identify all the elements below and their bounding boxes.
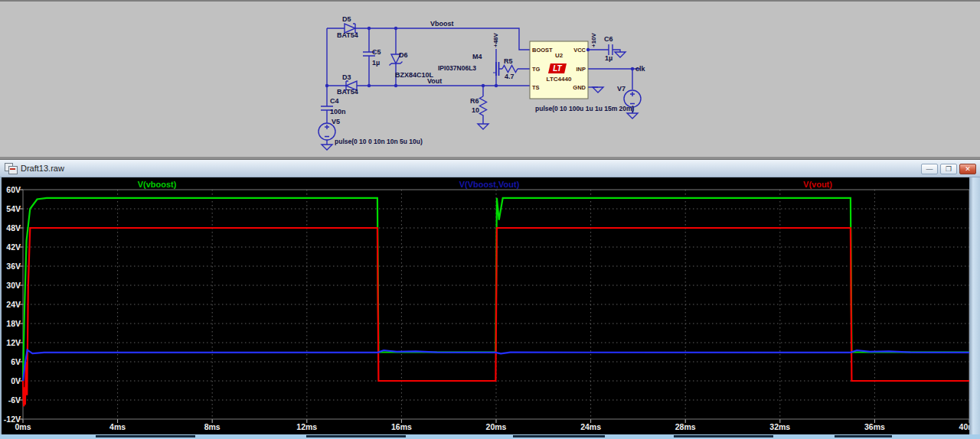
waveform-plot-area[interactable]: 60V54V48V42V36V30V24V18V12V6V0V-6V-12V0m… — [0, 177, 980, 434]
net-label-vboost: Vboost — [430, 21, 454, 28]
border-segment — [306, 435, 406, 437]
label-m4-value: IPI037N06L3 — [438, 65, 476, 72]
label-d6: D6 — [399, 52, 408, 59]
schematic-canvas[interactable]: D5 BAT54 D3 BAT54 C5 1µ D6 BZX84C10L C4 … — [0, 0, 980, 157]
label-c5-value: 1µ — [372, 60, 380, 67]
label-c4: C4 — [330, 98, 339, 105]
x-axis-label: 12ms — [296, 422, 317, 431]
close-button[interactable]: ✕ — [959, 164, 976, 174]
label-d3-value: BAT54 — [337, 89, 358, 96]
label-c5: C5 — [372, 49, 381, 56]
y-axis-label: -6V — [8, 395, 21, 405]
border-segment — [96, 435, 195, 437]
trace-v-vout- — [23, 228, 969, 406]
label-v5: V5 — [332, 119, 340, 125]
mosfet-m4[interactable] — [493, 62, 499, 76]
label-ltc4440: LTC4440 — [530, 76, 588, 83]
legend-vboost[interactable]: V(vboost) — [122, 180, 191, 189]
y-axis-label: 0V — [11, 376, 21, 385]
legend-vboost-vout[interactable]: V(Vboost,Vout) — [446, 180, 532, 189]
y-axis-label: 48V — [6, 223, 21, 233]
label-v7-pulse: pulse(0 10 100u 1u 1u 15m 20m) — [535, 106, 634, 112]
label-c4-value: 100n — [330, 109, 346, 115]
voltage-source-v5[interactable] — [318, 123, 335, 140]
label-u2: U2 — [530, 53, 588, 59]
resistor-r6[interactable] — [480, 96, 487, 118]
label-m4: M4 — [472, 54, 482, 60]
window-left-border — [0, 177, 2, 439]
label-r6-value: 10 — [472, 107, 479, 114]
capacitor-c6[interactable] — [609, 44, 612, 55]
y-axis-label: 24V — [6, 300, 21, 309]
net-label-10v: +10V — [591, 33, 597, 47]
y-axis-label: 42V — [6, 242, 21, 252]
lt-logo-icon: LT — [548, 63, 567, 73]
y-axis-label: 54V — [6, 204, 21, 213]
x-axis-label: 4ms — [109, 422, 126, 431]
legend-vout[interactable]: V(vout) — [782, 180, 854, 189]
label-r5: R5 — [504, 58, 513, 65]
x-axis-label: 8ms — [204, 422, 220, 431]
border-segment — [513, 435, 605, 437]
resistor-r5[interactable] — [502, 66, 518, 73]
label-d3: D3 — [342, 74, 351, 81]
y-axis-label: 60V — [6, 185, 21, 194]
label-r5-value: 4.7 — [505, 73, 514, 80]
y-axis-label: 18V — [6, 319, 21, 328]
minimize-button[interactable]: — — [921, 164, 938, 174]
label-v5-pulse: pulse(0 10 0 10n 10n 5u 10u) — [335, 138, 423, 145]
y-axis-label: 6V — [11, 357, 21, 366]
x-axis-label: 32ms — [769, 422, 790, 431]
window-title: Draft13.raw — [21, 164, 64, 173]
x-axis-label: 36ms — [864, 422, 885, 431]
label-r6: R6 — [470, 98, 479, 105]
x-axis-label: 20ms — [486, 422, 507, 431]
net-label-clk: clk — [635, 66, 645, 73]
net-label-48v: +48V — [493, 33, 499, 47]
x-axis-label: 40ms — [959, 422, 969, 431]
label-d5-value: BAT54 — [337, 32, 358, 39]
schematic-drawing — [0, 2, 980, 158]
x-axis-label: 16ms — [391, 422, 412, 431]
label-v7: V7 — [617, 86, 626, 93]
border-segment — [835, 435, 892, 437]
y-axis-label: 36V — [6, 262, 21, 271]
restore-button[interactable]: ❐ — [940, 164, 957, 174]
x-axis-label: 24ms — [580, 422, 601, 431]
y-axis-label: 12V — [6, 338, 21, 347]
ltspice-window: D5 BAT54 D3 BAT54 C5 1µ D6 BZX84C10L C4 … — [0, 0, 980, 439]
border-segment — [674, 435, 773, 437]
label-d5: D5 — [342, 16, 351, 23]
window-right-border — [969, 177, 980, 439]
x-axis-label: 28ms — [675, 422, 696, 431]
label-c6: C6 — [604, 36, 613, 43]
label-c6-value: 1µ — [605, 55, 612, 62]
net-label-vout: Vout — [427, 78, 442, 85]
pin-gnd: GND — [530, 85, 586, 91]
waveform-file-icon — [5, 163, 17, 174]
x-axis-label: 0ms — [15, 422, 31, 431]
y-axis-label: 30V — [6, 281, 21, 290]
window-bottom-border — [0, 434, 980, 439]
waveform-chart: 60V54V48V42V36V30V24V18V12V6V0V-6V-12V0m… — [0, 177, 969, 434]
waveform-title-bar[interactable]: Draft13.raw — ❐ ✕ — [0, 160, 980, 177]
